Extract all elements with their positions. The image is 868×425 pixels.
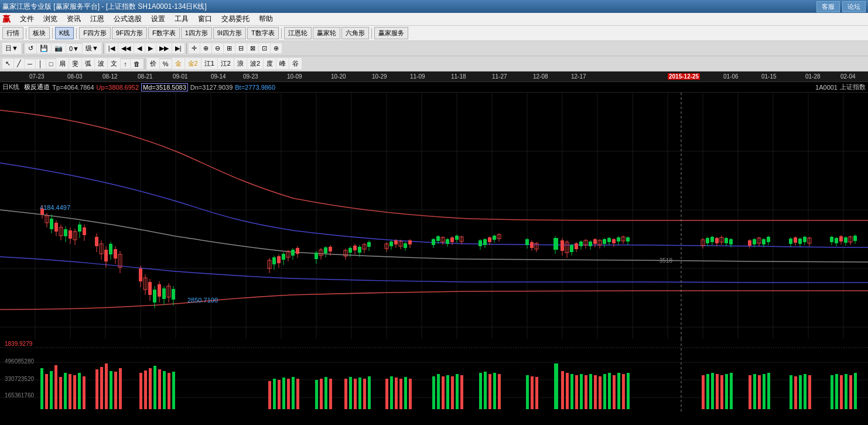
- tb3-arrow[interactable]: ↑: [121, 59, 130, 69]
- tb3-line[interactable]: ╱: [14, 59, 24, 69]
- tb2-num0[interactable]: 0▼: [66, 44, 82, 53]
- tb2-save[interactable]: 💾: [37, 43, 51, 53]
- tb3-valley[interactable]: 谷: [289, 58, 302, 69]
- svg-text:2850.7100: 2850.7100: [187, 297, 218, 304]
- tb-fnum[interactable]: F数字表: [148, 27, 180, 39]
- svg-rect-333: [763, 374, 766, 409]
- menu-help[interactable]: 帮助: [254, 13, 278, 25]
- svg-text:330723520: 330723520: [5, 376, 34, 382]
- svg-rect-272: [282, 378, 285, 409]
- tb2-tools4[interactable]: ⊡: [259, 43, 270, 53]
- tb2-level[interactable]: 级▼: [83, 43, 101, 54]
- svg-rect-306: [535, 377, 538, 409]
- menu-jiangen[interactable]: 江恩: [86, 13, 109, 25]
- svg-text:1839.9279: 1839.9279: [5, 341, 33, 347]
- tb-block[interactable]: 板块: [29, 27, 50, 39]
- tb3-arc[interactable]: 弧: [82, 58, 94, 69]
- toolbar2: 日▼ ↺ 💾 📷 0▼ 级▼ |◀ ◀◀ ◀ ▶ ▶▶ ▶| ✛ ⊕ ⊖ ⊞ ⊟…: [0, 41, 868, 56]
- tb-hqing[interactable]: 行情: [2, 27, 23, 39]
- tb2-prev-fast[interactable]: ◀◀: [118, 43, 134, 53]
- tb3-price-line[interactable]: 价: [147, 58, 159, 69]
- menu-tools[interactable]: 工具: [170, 13, 193, 25]
- tb2-last[interactable]: ▶|: [172, 43, 184, 53]
- btn-kefu[interactable]: 客服: [816, 1, 840, 12]
- tb3-wave[interactable]: 波: [95, 58, 107, 69]
- menu-file[interactable]: 文件: [15, 13, 39, 25]
- svg-rect-274: [292, 377, 295, 409]
- svg-text:4184.4497: 4184.4497: [40, 204, 70, 211]
- menu-news[interactable]: 资讯: [62, 13, 86, 25]
- date-label-0: 07-23: [29, 73, 45, 80]
- chart-container[interactable]: 赢家财富网 www.yingjia360.com QQ:1731457646 0…: [0, 72, 868, 413]
- svg-rect-252: [73, 375, 76, 409]
- tb3-gold1[interactable]: 金: [172, 58, 184, 69]
- tb3-text[interactable]: 文: [108, 58, 120, 69]
- svg-rect-87: [282, 254, 285, 260]
- menu-settings[interactable]: 设置: [146, 13, 170, 25]
- tb3-vline[interactable]: │: [36, 59, 46, 69]
- svg-rect-254: [83, 376, 86, 409]
- tb2-next-fast[interactable]: ▶▶: [156, 43, 172, 53]
- tb3-jiangen2[interactable]: 江2: [218, 58, 234, 69]
- sep3: [76, 28, 77, 39]
- tb2-zoom-out[interactable]: ⊖: [212, 43, 223, 53]
- main-chart-svg[interactable]: 4184.4497 2850.7100: [0, 93, 868, 339]
- svg-rect-303: [498, 374, 501, 409]
- tb2-zoom-in[interactable]: ⊕: [200, 43, 211, 53]
- tb3-delete[interactable]: 🗑: [131, 59, 143, 69]
- tb-winner-service[interactable]: 赢家服务: [374, 27, 408, 39]
- tb3-fib[interactable]: 斐: [69, 58, 81, 69]
- tb2-prev[interactable]: ◀: [134, 43, 145, 53]
- menu-browse[interactable]: 浏览: [39, 13, 62, 25]
- btn-luntan[interactable]: 论坛: [842, 1, 866, 12]
- tb-hexagon[interactable]: 六角形: [341, 27, 369, 39]
- tb-kline[interactable]: K线: [55, 27, 74, 39]
- tb2-camera[interactable]: 📷: [52, 43, 66, 53]
- tb3-degree[interactable]: 度: [264, 58, 276, 69]
- menu-formula[interactable]: 公式选股: [109, 13, 146, 25]
- tb-winner-wheel[interactable]: 赢家轮: [313, 27, 340, 39]
- svg-rect-256: [100, 367, 103, 409]
- toolbar3: ↖ ╱ ─ │ □ 扇 斐 弧 波 文 ↑ 🗑 价 % 金 金2 江1 江2 浪…: [0, 56, 868, 72]
- tb3-jiangen1[interactable]: 江1: [201, 58, 217, 69]
- svg-rect-69: [148, 282, 152, 295]
- tb2-tools2[interactable]: ⊟: [235, 43, 247, 53]
- menu-trade[interactable]: 交易委托: [217, 13, 254, 25]
- svg-rect-153: [530, 242, 534, 248]
- svg-rect-337: [799, 375, 802, 409]
- tb-jiangen-wheel[interactable]: 江恩轮: [284, 27, 312, 39]
- tb3-hline[interactable]: ─: [25, 59, 35, 69]
- tb2-tools5[interactable]: ⊕: [271, 43, 282, 53]
- menu-window[interactable]: 窗口: [193, 13, 217, 25]
- tb-f4[interactable]: F四方形: [79, 27, 111, 39]
- tb3-fan[interactable]: 扇: [56, 58, 69, 69]
- tb-9i4[interactable]: 9I四方形: [213, 27, 246, 39]
- tb2-tools3[interactable]: ⊠: [247, 43, 258, 53]
- tb2-refresh[interactable]: ↺: [25, 43, 36, 53]
- svg-rect-280: [344, 379, 347, 409]
- tb-9f4[interactable]: 9F四方形: [112, 27, 147, 39]
- sep4: [281, 28, 282, 39]
- svg-rect-157: [553, 238, 558, 250]
- tb3-cursor[interactable]: ↖: [2, 59, 13, 69]
- dn-label: Dn=3127.9039: [190, 84, 233, 91]
- tb2-next[interactable]: ▶: [145, 43, 156, 53]
- tb3-wave3[interactable]: 波2: [247, 58, 263, 69]
- tb-tnum[interactable]: T数字表: [247, 27, 279, 39]
- tb3-gold2[interactable]: 金2: [185, 58, 201, 69]
- tb2-day[interactable]: 日▼: [2, 43, 21, 54]
- tb3-peak[interactable]: 峰: [276, 58, 289, 69]
- tb-1s4[interactable]: 1四方形: [181, 27, 212, 39]
- tb3-wave2[interactable]: 浪: [234, 58, 247, 69]
- tb2-tools1[interactable]: ⊞: [224, 43, 235, 53]
- svg-rect-215: [794, 237, 797, 243]
- svg-rect-260: [119, 368, 122, 409]
- svg-rect-294: [442, 376, 445, 409]
- svg-rect-119: [394, 240, 398, 244]
- tb3-percent[interactable]: %: [160, 59, 172, 69]
- tb2-first[interactable]: |◀: [105, 43, 118, 53]
- tb3-rect[interactable]: □: [46, 59, 56, 69]
- tb2-cross[interactable]: ✛: [189, 43, 200, 53]
- svg-rect-266: [163, 371, 166, 409]
- svg-rect-309: [566, 373, 569, 409]
